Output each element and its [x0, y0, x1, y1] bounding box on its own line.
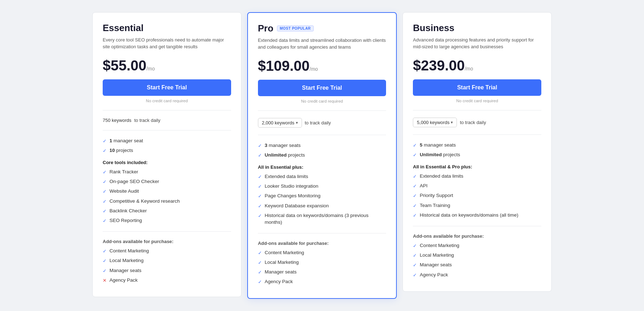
addon-item: ✓Local Marketing	[103, 257, 231, 264]
check-icon: ✓	[103, 248, 107, 255]
chevron-down-icon: ▾	[451, 120, 453, 125]
addon-item: ✓Agency Pack	[258, 278, 386, 285]
addon-item: ✓Content Marketing	[103, 248, 231, 255]
feature-item: ✓Team Training	[413, 202, 541, 209]
feature-text: On-page SEO Checker	[109, 178, 159, 185]
projects-item: ✓Unlimited projects	[413, 152, 541, 158]
cta-button-business[interactable]: Start Free Trial	[413, 79, 541, 96]
addon-item: ✓Manager seats	[103, 267, 231, 274]
feature-text: Historical data on keywords/domains (3 p…	[265, 212, 386, 226]
divider	[258, 110, 386, 111]
feature-text: Extended data limits	[265, 173, 308, 180]
core-tools-list: ✓Extended data limits✓Looker Studio inte…	[258, 173, 386, 226]
divider	[258, 233, 386, 233]
addon-item: ✓Agency Pack	[413, 272, 541, 278]
addon-text: Agency Pack	[265, 278, 293, 285]
plan-description: Every core tool SEO professionals need t…	[103, 36, 231, 50]
divider	[413, 110, 541, 110]
keywords-to-track-label: to track daily	[134, 118, 160, 123]
seats-value: 5 manager seats	[420, 142, 456, 149]
core-tools-list: ✓Rank Tracker✓On-page SEO Checker✓Websit…	[103, 169, 231, 224]
seats-value: 1 manager seat	[109, 138, 143, 144]
price-amount: $109.00	[258, 58, 310, 74]
addons-list: ✓Content Marketing✓Local Marketing✓Manag…	[103, 248, 231, 284]
core-tools-label: All in Essential plus:	[258, 164, 386, 170]
addon-text: Content Marketing	[265, 250, 304, 256]
feature-text: Extended data limits	[420, 173, 463, 180]
keywords-dropdown[interactable]: 5,000 keywords▾	[413, 118, 457, 127]
check-icon: ✓	[103, 148, 107, 154]
divider	[103, 130, 231, 130]
feature-text: Competitive & Keyword research	[109, 198, 180, 205]
projects-value: Unlimited projects	[420, 152, 460, 158]
feature-text: Historical data on keywords/domains (all…	[420, 212, 518, 219]
price-amount: $55.00	[103, 58, 146, 73]
feature-item: ✓Competitive & Keyword research	[103, 198, 231, 205]
feature-item: ✓Historical data on keywords/domains (al…	[413, 212, 541, 219]
feature-item: ✓Backlink Checker	[103, 208, 231, 214]
chevron-down-icon: ▾	[296, 120, 298, 125]
addon-text: Manager seats	[265, 269, 297, 276]
check-icon: ✓	[413, 243, 417, 249]
check-icon: ✓	[413, 173, 417, 180]
plan-name: Pro	[258, 23, 273, 34]
core-tools-label: All in Essential & Pro plus:	[413, 164, 541, 169]
addon-item: ✓Local Marketing	[258, 259, 386, 266]
projects-item: ✓Unlimited projects	[258, 152, 386, 159]
pricing-container: EssentialEvery core tool SEO professiona…	[89, 12, 555, 299]
addon-text: Agency Pack	[420, 272, 448, 278]
addon-text: Manager seats	[109, 267, 141, 274]
check-icon: ✓	[103, 179, 107, 185]
seats-item: ✓5 manager seats	[413, 142, 541, 149]
feature-text: Rank Tracker	[109, 169, 138, 176]
feature-item: ✓Extended data limits	[258, 173, 386, 180]
feature-text: Page Changes Monitoring	[265, 193, 321, 199]
check-icon: ✓	[258, 250, 262, 256]
feature-item: ✓Priority Support	[413, 192, 541, 199]
check-icon: ✓	[103, 169, 107, 176]
check-icon: ✓	[258, 152, 262, 159]
x-icon: ✕	[103, 277, 107, 284]
pricing-card-business: BusinessAdvanced data processing feature…	[402, 12, 552, 292]
check-icon: ✓	[258, 174, 262, 180]
check-icon: ✓	[258, 279, 262, 285]
projects-item: ✓10 projects	[103, 147, 231, 154]
check-icon: ✓	[258, 143, 262, 149]
seats-item: ✓1 manager seat	[103, 138, 231, 144]
addon-item: ✓Content Marketing	[258, 250, 386, 256]
keywords-dropdown[interactable]: 2,000 keywords▾	[258, 118, 302, 128]
check-icon: ✓	[103, 208, 107, 214]
plan-header: ProMOST POPULARExtended data limits and …	[258, 23, 386, 51]
keywords-static: 750 keywords	[103, 118, 131, 123]
price-row: $55.00/mo	[103, 58, 231, 74]
feature-text: API	[420, 183, 428, 189]
keywords-row: 750 keywordsto track daily	[103, 118, 231, 123]
plan-header: BusinessAdvanced data processing feature…	[413, 23, 541, 50]
no-cc-label: No credit card required	[103, 99, 231, 103]
addon-text: Local Marketing	[420, 252, 454, 259]
plan-header: EssentialEvery core tool SEO professiona…	[103, 23, 231, 50]
divider	[413, 226, 541, 226]
seats-projects-section: ✓3 manager seats✓Unlimited projects	[258, 142, 386, 159]
cta-button-essential[interactable]: Start Free Trial	[103, 79, 231, 96]
cta-button-pro[interactable]: Start Free Trial	[258, 80, 386, 96]
addon-item: ✓Manager seats	[413, 262, 541, 268]
pricing-card-pro: ProMOST POPULARExtended data limits and …	[247, 12, 397, 299]
no-cc-label: No credit card required	[413, 99, 541, 103]
keywords-to-track-label: to track daily	[305, 120, 331, 125]
feature-text: Website Audit	[109, 188, 139, 195]
feature-item: ✓Page Changes Monitoring	[258, 193, 386, 199]
keywords-to-track-label: to track daily	[460, 120, 486, 125]
check-icon: ✓	[103, 258, 107, 264]
check-icon: ✓	[413, 183, 417, 189]
addon-item: ✕Agency Pack	[103, 277, 231, 284]
keywords-row: 2,000 keywords▾to track daily	[258, 118, 386, 128]
check-icon: ✓	[258, 193, 262, 199]
check-icon: ✓	[258, 269, 262, 276]
addon-text: Local Marketing	[265, 259, 299, 266]
plan-name: Essential	[103, 23, 143, 34]
plan-name: Business	[413, 23, 454, 34]
feature-item: ✓SEO Reporting	[103, 217, 231, 224]
seats-value: 3 manager seats	[265, 142, 301, 149]
divider	[103, 231, 231, 232]
